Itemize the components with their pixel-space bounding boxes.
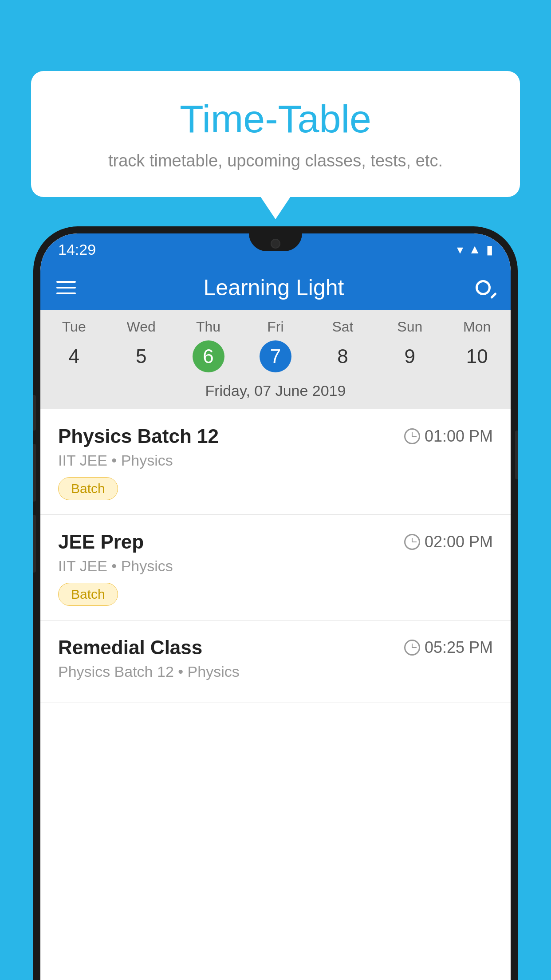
volume-down-button — [33, 444, 36, 502]
search-icon — [476, 280, 491, 295]
day-number-6[interactable]: 6 — [193, 340, 224, 372]
schedule-container: Physics Batch 1201:00 PMIIT JEE • Physic… — [40, 409, 511, 980]
batch-badge: Batch — [58, 477, 118, 500]
schedule-header-0: Physics Batch 1201:00 PM — [58, 425, 493, 447]
speech-bubble-title: Time-Table — [67, 98, 484, 141]
schedule-item-2[interactable]: Remedial Class05:25 PMPhysics Batch 12 •… — [40, 620, 511, 703]
calendar-day-sat[interactable]: Sat8 — [309, 319, 376, 372]
calendar-day-fri[interactable]: Fri7 — [242, 319, 309, 372]
day-number-9[interactable]: 9 — [394, 340, 426, 372]
schedule-item-0[interactable]: Physics Batch 1201:00 PMIIT JEE • Physic… — [40, 409, 511, 515]
app-title: Learning Light — [89, 275, 458, 300]
volume-down-button-2 — [33, 515, 36, 573]
status-time: 14:29 — [58, 241, 96, 258]
schedule-time-2: 05:25 PM — [404, 638, 493, 657]
schedule-time-0: 01:00 PM — [404, 427, 493, 446]
day-label-sat: Sat — [332, 319, 353, 335]
speech-bubble-subtitle: track timetable, upcoming classes, tests… — [67, 151, 484, 170]
time-text-2: 05:25 PM — [425, 638, 493, 657]
front-camera — [271, 239, 280, 249]
clock-icon — [404, 640, 420, 656]
battery-icon: ▮ — [486, 242, 493, 257]
schedule-title-2: Remedial Class — [58, 636, 202, 659]
search-button[interactable] — [472, 276, 495, 299]
phone-content: 14:29 ▾ ▲ ▮ Learning Light — [40, 233, 511, 980]
phone-screen: 14:29 ▾ ▲ ▮ Learning Light — [40, 233, 511, 980]
schedule-item-1[interactable]: JEE Prep02:00 PMIIT JEE • PhysicsBatch — [40, 515, 511, 620]
day-number-7[interactable]: 7 — [260, 340, 291, 372]
calendar-day-thu[interactable]: Thu6 — [175, 319, 242, 372]
calendar-day-mon[interactable]: Mon10 — [444, 319, 511, 372]
day-label-sun: Sun — [397, 319, 422, 335]
menu-button[interactable] — [56, 281, 76, 294]
hamburger-line-2 — [56, 287, 76, 288]
status-icons: ▾ ▲ ▮ — [457, 242, 493, 257]
calendar-days-row: Tue4Wed5Thu6Fri7Sat8Sun9Mon10 — [40, 310, 511, 376]
calendar-day-sun[interactable]: Sun9 — [376, 319, 443, 372]
schedule-sub-2: Physics Batch 12 • Physics — [58, 663, 493, 680]
wifi-icon: ▾ — [457, 242, 463, 257]
day-label-thu: Thu — [196, 319, 220, 335]
schedule-sub-0: IIT JEE • Physics — [58, 452, 493, 469]
day-number-4[interactable]: 4 — [58, 340, 90, 372]
day-number-10[interactable]: 10 — [461, 340, 493, 372]
signal-icon: ▲ — [468, 242, 481, 257]
speech-bubble: Time-Table track timetable, upcoming cla… — [31, 71, 520, 197]
volume-up-button — [33, 395, 36, 431]
day-label-tue: Tue — [62, 319, 86, 335]
schedule-header-1: JEE Prep02:00 PM — [58, 531, 493, 553]
schedule-title-0: Physics Batch 12 — [58, 425, 219, 447]
time-text-0: 01:00 PM — [425, 427, 493, 446]
phone-frame: 14:29 ▾ ▲ ▮ Learning Light — [33, 226, 518, 980]
schedule-time-1: 02:00 PM — [404, 533, 493, 551]
time-text-1: 02:00 PM — [425, 533, 493, 551]
app-bar: Learning Light — [40, 265, 511, 310]
schedule-header-2: Remedial Class05:25 PM — [58, 636, 493, 659]
selected-date-label: Friday, 07 June 2019 — [40, 376, 511, 409]
day-number-5[interactable]: 5 — [125, 340, 157, 372]
power-button — [515, 431, 518, 479]
day-number-8[interactable]: 8 — [327, 340, 358, 372]
batch-badge: Batch — [58, 583, 118, 606]
day-label-wed: Wed — [127, 319, 156, 335]
day-label-mon: Mon — [463, 319, 491, 335]
day-label-fri: Fri — [267, 319, 283, 335]
calendar-day-wed[interactable]: Wed5 — [107, 319, 174, 372]
calendar-section: Tue4Wed5Thu6Fri7Sat8Sun9Mon10 Friday, 07… — [40, 310, 511, 409]
speech-bubble-container: Time-Table track timetable, upcoming cla… — [31, 71, 520, 197]
calendar-day-tue[interactable]: Tue4 — [40, 319, 107, 372]
schedule-title-1: JEE Prep — [58, 531, 144, 553]
hamburger-line-1 — [56, 281, 76, 283]
clock-icon — [404, 428, 420, 444]
clock-icon — [404, 534, 420, 550]
schedule-sub-1: IIT JEE • Physics — [58, 557, 493, 575]
hamburger-line-3 — [56, 292, 76, 294]
